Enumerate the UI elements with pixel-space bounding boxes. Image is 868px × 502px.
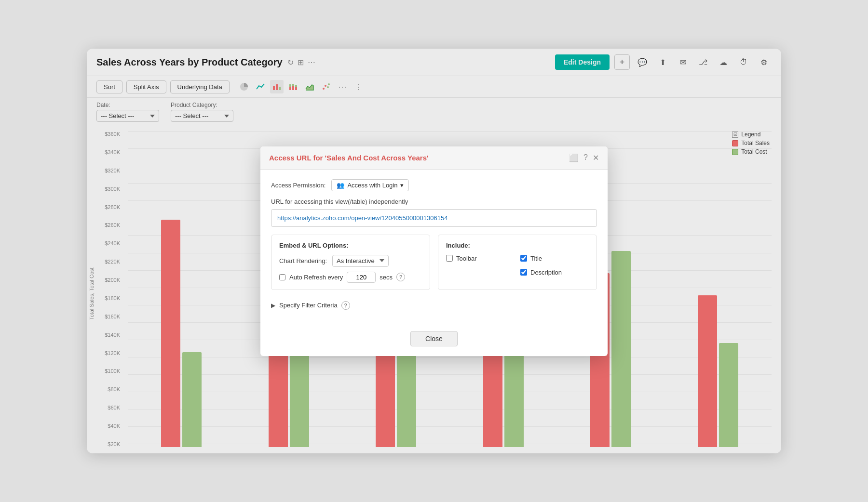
modal-header-icons: ⬜ ? ✕ [569, 153, 599, 162]
access-with-login-label: Access with Login [347, 182, 397, 189]
include-box: Include: Toolbar Title [438, 235, 597, 290]
modal-maximize-icon[interactable]: ⬜ [569, 153, 579, 162]
url-section: URL for accessing this view(/table) inde… [271, 198, 597, 235]
chart-rendering-row: Chart Rendering: As Interactive [279, 255, 422, 267]
people-icon: 👥 [337, 182, 344, 189]
toolbar-checkbox-row: Toolbar [446, 255, 515, 262]
filter-criteria-row[interactable]: ▶ Specify Filter Criteria ? [271, 297, 597, 317]
secs-label: secs [380, 274, 393, 281]
chart-rendering-select[interactable]: As Interactive [332, 255, 389, 267]
modal-close-icon[interactable]: ✕ [593, 153, 599, 162]
include-title: Include: [446, 242, 589, 249]
chevron-right-icon: ▶ [271, 302, 275, 309]
toolbar-checkbox[interactable] [446, 255, 453, 262]
embed-include-row: Embed & URL Options: Chart Rendering: As… [271, 235, 597, 290]
url-section-label: URL for accessing this view(/table) inde… [271, 198, 597, 205]
access-permission-dropdown[interactable]: 👥 Access with Login ▾ [331, 179, 409, 191]
modal-footer: Close [260, 326, 608, 356]
auto-refresh-help-icon[interactable]: ? [396, 273, 405, 281]
description-label: Description [530, 269, 562, 276]
filter-criteria-help-icon[interactable]: ? [341, 301, 350, 310]
title-label: Title [530, 255, 542, 262]
auto-refresh-label: Auto Refresh every [289, 274, 343, 281]
modal-body: Access Permission: 👥 Access with Login ▾… [260, 170, 608, 326]
embed-options-title: Embed & URL Options: [279, 242, 422, 249]
embed-box: Embed & URL Options: Chart Rendering: As… [271, 235, 430, 290]
title-checkbox[interactable] [520, 255, 527, 262]
modal-header: Access URL for 'Sales And Cost Across Ye… [260, 146, 608, 170]
auto-refresh-input[interactable] [347, 272, 376, 283]
title-checkbox-row: Title [520, 255, 589, 262]
close-button[interactable]: Close [410, 331, 458, 346]
modal-title: Access URL for 'Sales And Cost Across Ye… [269, 154, 429, 162]
auto-refresh-checkbox[interactable] [279, 274, 285, 280]
description-checkbox[interactable] [520, 269, 527, 276]
description-checkbox-row: Description [520, 269, 589, 276]
include-checks: Toolbar Title Description [446, 255, 589, 280]
chart-rendering-label: Chart Rendering: [279, 257, 327, 264]
url-input[interactable] [271, 209, 597, 227]
access-permission-row: Access Permission: 👥 Access with Login ▾ [271, 179, 597, 191]
modal-overlay: Access URL for 'Sales And Cost Across Ye… [87, 49, 781, 453]
dropdown-arrow-icon: ▾ [400, 182, 404, 189]
toolbar-label: Toolbar [456, 255, 477, 262]
auto-refresh-row: Auto Refresh every secs ? [279, 272, 422, 283]
modal-help-icon[interactable]: ? [583, 153, 588, 162]
access-url-modal: Access URL for 'Sales And Cost Across Ye… [260, 146, 608, 356]
access-permission-label: Access Permission: [271, 182, 326, 189]
app-frame: Sales Across Years by Product Category ↻… [87, 49, 781, 453]
filter-criteria-label: Specify Filter Criteria [279, 302, 338, 309]
